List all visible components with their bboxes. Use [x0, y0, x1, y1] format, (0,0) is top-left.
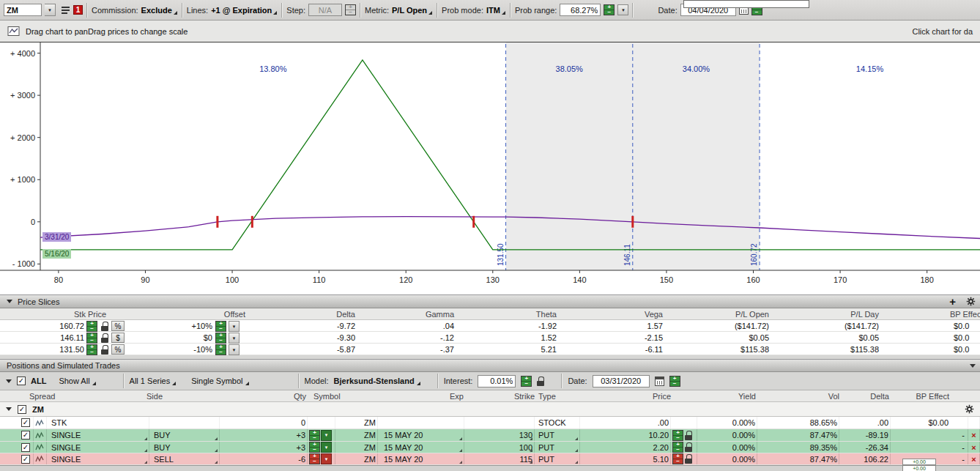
model-menu[interactable]: Bjerksund-Stensland: [334, 377, 420, 385]
col-strike[interactable]: Strike: [476, 392, 535, 401]
commission-menu-button[interactable]: Exclude: [141, 6, 178, 15]
slice-offset-value[interactable]: $0: [132, 333, 212, 342]
slice-offset-dropdown[interactable]: ▼: [229, 333, 240, 344]
cell-price[interactable]: 2.20: [580, 442, 671, 453]
col-side[interactable]: Side: [146, 392, 163, 401]
qty-dropdown[interactable]: ▼: [321, 453, 332, 464]
alert-count-badge[interactable]: 1: [73, 5, 83, 15]
all-checkbox[interactable]: [17, 377, 26, 385]
col-pl-day[interactable]: P/L Day: [784, 310, 879, 319]
slice-price-value[interactable]: 160.72: [6, 322, 84, 330]
cell-price[interactable]: .00: [580, 417, 671, 429]
pan-chart-icon[interactable]: [7, 26, 20, 37]
qty-spinner[interactable]: +−: [309, 442, 320, 453]
chart-wave-icon[interactable]: [34, 429, 47, 441]
slice-price-value[interactable]: 131.50: [6, 345, 84, 354]
col-qty[interactable]: Qty: [249, 392, 306, 401]
step-input[interactable]: [308, 4, 342, 16]
qty-spinner[interactable]: +−: [309, 453, 320, 464]
lock-icon[interactable]: [101, 345, 108, 355]
cell-spread[interactable]: SINGLE: [47, 442, 149, 453]
risk-profile-chart[interactable]: 131.50146.11160.7213.80%38.05%34.00%14.1…: [0, 42, 980, 294]
slice-offset-spinner[interactable]: +−: [215, 333, 226, 344]
col-offset[interactable]: Offset: [165, 310, 245, 319]
col-symbol[interactable]: Symbol: [313, 392, 341, 401]
expand-group-icon[interactable]: [6, 379, 12, 383]
col-exp[interactable]: Exp: [405, 392, 464, 401]
cell-spread[interactable]: SINGLE: [47, 453, 149, 464]
add-price-slice-button[interactable]: +: [949, 296, 956, 307]
row-checkbox[interactable]: [21, 431, 30, 440]
lock-icon[interactable]: [101, 333, 108, 343]
slice-offset-value[interactable]: +10%: [132, 322, 212, 330]
qty-dropdown[interactable]: ▼: [321, 442, 332, 453]
col-delta[interactable]: Delta: [267, 310, 355, 319]
unit-toggle-button[interactable]: $: [111, 333, 125, 343]
col-spread[interactable]: Spread: [29, 392, 55, 401]
price-spinner[interactable]: +−: [672, 430, 683, 441]
lines-menu-button[interactable]: +1 @ Expiration: [211, 6, 278, 15]
mini-spin-value[interactable]: +0.00: [902, 465, 936, 471]
unit-toggle-button[interactable]: %: [111, 344, 125, 355]
remove-position-button[interactable]: ×: [968, 442, 980, 453]
col-type[interactable]: Type: [538, 392, 556, 401]
cell-exp[interactable]: 15 MAY 20: [378, 429, 464, 441]
cell-side[interactable]: [149, 417, 220, 429]
slice-offset-spinner[interactable]: +−: [215, 344, 226, 355]
group-checkbox[interactable]: [18, 405, 26, 414]
prob-range-spinner[interactable]: +−: [604, 4, 615, 15]
unit-toggle-button[interactable]: %: [111, 321, 125, 331]
col-stk-price[interactable]: Stk Price: [26, 310, 106, 319]
col-bp-effect[interactable]: BP Effect: [891, 392, 949, 401]
cell-type[interactable]: PUT: [535, 442, 580, 453]
prob-mode-menu-button[interactable]: ITM: [486, 6, 506, 15]
remove-position-button[interactable]: ×: [968, 453, 980, 464]
slice-offset-value[interactable]: -10%: [132, 345, 212, 354]
col-vol[interactable]: Vol: [781, 392, 839, 401]
slice-offset-dropdown[interactable]: ▼: [229, 344, 240, 355]
prob-range-dropdown[interactable]: ▼: [617, 4, 628, 15]
cell-strike[interactable]: 115: [464, 453, 535, 464]
col-gamma[interactable]: Gamma: [366, 310, 454, 319]
positions-calendar-icon[interactable]: [655, 377, 664, 386]
col-yield[interactable]: Yield: [699, 392, 756, 401]
prob-range-input[interactable]: [560, 4, 601, 16]
price-slices-settings-gear-icon[interactable]: [966, 297, 976, 306]
slice-price-spinner[interactable]: +−: [86, 344, 97, 355]
cell-price[interactable]: 5.10: [580, 453, 671, 464]
cell-side[interactable]: BUY: [149, 442, 220, 453]
col-price[interactable]: Price: [612, 392, 671, 401]
mini-spin-value[interactable]: +0.00: [902, 459, 936, 465]
cell-strike[interactable]: 100: [464, 442, 535, 453]
symbol-scope-menu[interactable]: Single Symbol: [191, 377, 248, 385]
cell-spread[interactable]: SINGLE: [47, 429, 149, 441]
show-all-menu[interactable]: Show All: [59, 377, 95, 385]
price-lock-icon[interactable]: [685, 442, 692, 452]
price-slices-header[interactable]: Price Slices +: [0, 294, 980, 308]
row-checkbox[interactable]: [21, 443, 30, 452]
symbol-input[interactable]: [4, 4, 42, 16]
qty-dropdown[interactable]: ▼: [321, 430, 332, 441]
positions-date-spinner[interactable]: +−: [669, 376, 680, 387]
watchlist-icon[interactable]: [61, 5, 70, 15]
remove-position-button[interactable]: ×: [968, 429, 980, 441]
symbol-dropdown-button[interactable]: ▼: [45, 4, 56, 16]
cell-side[interactable]: BUY: [149, 429, 220, 441]
slice-offset-spinner[interactable]: +−: [215, 321, 226, 332]
chart-wave-icon[interactable]: [34, 442, 47, 453]
cell-exp[interactable]: [378, 417, 464, 429]
cell-price[interactable]: 10.20: [580, 429, 671, 441]
col-theta[interactable]: Theta: [469, 310, 557, 319]
chart-wave-icon[interactable]: [34, 453, 47, 464]
symbol-group-row[interactable]: ZM: [0, 402, 980, 417]
slice-offset-dropdown[interactable]: ▼: [229, 321, 240, 332]
slice-price-value[interactable]: 146.11: [6, 333, 84, 342]
interest-lock-icon[interactable]: [537, 377, 544, 386]
series-filter-menu[interactable]: All 1 Series: [130, 377, 177, 385]
collapse-group-icon[interactable]: [6, 407, 12, 411]
price-spinner[interactable]: +−: [672, 442, 683, 453]
cell-spread[interactable]: STK: [47, 417, 149, 429]
cell-strike[interactable]: [464, 417, 535, 429]
price-spinner[interactable]: +−: [672, 453, 683, 464]
risk-profile-plot[interactable]: 131.50146.11160.7213.80%38.05%34.00%14.1…: [0, 42, 980, 295]
